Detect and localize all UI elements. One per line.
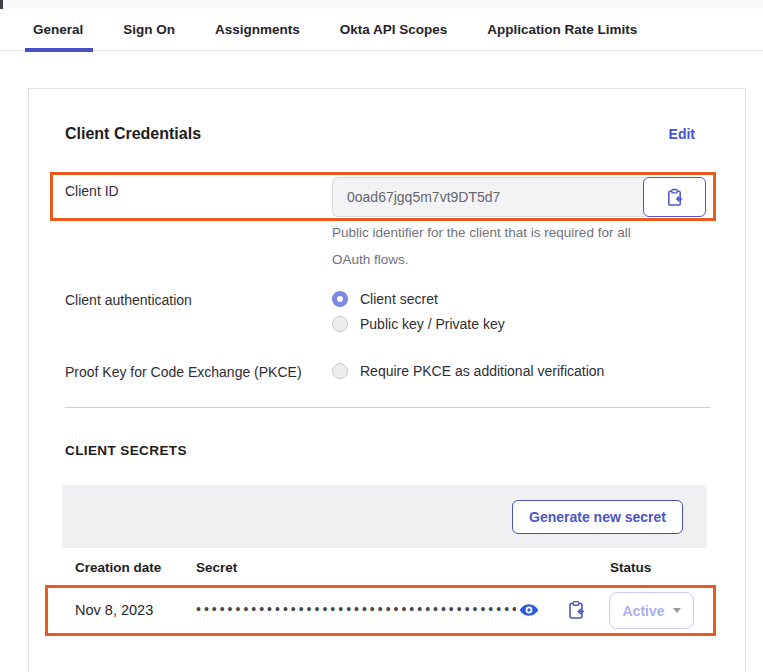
masked-secret-value: ••••••••••••••••••••••••••••••••••••••••… [196, 601, 516, 617]
chevron-down-icon [673, 608, 681, 613]
column-header-status: Status [610, 560, 651, 575]
tab-application-rate-limits[interactable]: Application Rate Limits [487, 9, 637, 51]
status-dropdown[interactable]: Active [609, 592, 694, 629]
client-authentication-label: Client authentication [65, 292, 192, 308]
radio-selected-icon[interactable] [332, 291, 348, 307]
client-id-help-text: Public identifier for the client that is… [332, 219, 677, 273]
pkce-checkbox-row[interactable]: Require PKCE as additional verification [332, 363, 604, 379]
app-tabbar: General Sign On Assignments Okta API Sco… [0, 9, 763, 51]
client-id-label: Client ID [65, 183, 119, 199]
radio-label-public-private-key: Public key / Private key [360, 316, 505, 332]
column-header-creation-date: Creation date [75, 560, 161, 575]
copy-secret-button[interactable] [566, 599, 588, 621]
client-id-group: 0oad67jgq5m7vt9DT5d7 [332, 177, 706, 217]
okta-app-settings-page: General Sign On Assignments Okta API Sco… [0, 0, 763, 672]
eye-icon [518, 600, 540, 620]
pkce-option-label: Require PKCE as additional verification [360, 363, 604, 379]
copy-client-id-button[interactable] [643, 177, 706, 217]
secrets-toolbar-panel: Generate new secret [62, 485, 707, 548]
client-credentials-header: Client Credentials Edit [65, 125, 707, 143]
radio-row-public-private-key[interactable]: Public key / Private key [332, 316, 505, 332]
generate-new-secret-button[interactable]: Generate new secret [512, 500, 683, 534]
column-header-secret: Secret [196, 560, 237, 575]
radio-unselected-icon[interactable] [332, 316, 348, 332]
clipboard-copy-icon [665, 188, 684, 207]
client-id-value-field[interactable]: 0oad67jgq5m7vt9DT5d7 [332, 177, 645, 217]
tab-assignments[interactable]: Assignments [215, 9, 300, 51]
section-title-client-secrets: CLIENT SECRETS [65, 443, 187, 458]
radio-label-client-secret: Client secret [360, 291, 438, 307]
window-edge-artifact [0, 0, 3, 9]
status-badge: Active [622, 603, 664, 619]
checkbox-unchecked-icon[interactable] [332, 363, 348, 379]
pkce-label: Proof Key for Code Exchange (PKCE) [65, 364, 302, 380]
tab-sign-on[interactable]: Sign On [123, 9, 175, 51]
reveal-secret-button[interactable] [518, 600, 540, 620]
section-divider [65, 407, 710, 408]
radio-row-client-secret[interactable]: Client secret [332, 291, 438, 307]
tab-okta-api-scopes[interactable]: Okta API Scopes [340, 9, 448, 51]
tab-general[interactable]: General [33, 9, 83, 51]
section-title-client-credentials: Client Credentials [65, 125, 201, 143]
edit-link[interactable]: Edit [669, 126, 695, 142]
secret-creation-date: Nov 8, 2023 [75, 602, 153, 618]
clipboard-copy-icon [566, 600, 588, 620]
client-credentials-card [28, 88, 746, 672]
